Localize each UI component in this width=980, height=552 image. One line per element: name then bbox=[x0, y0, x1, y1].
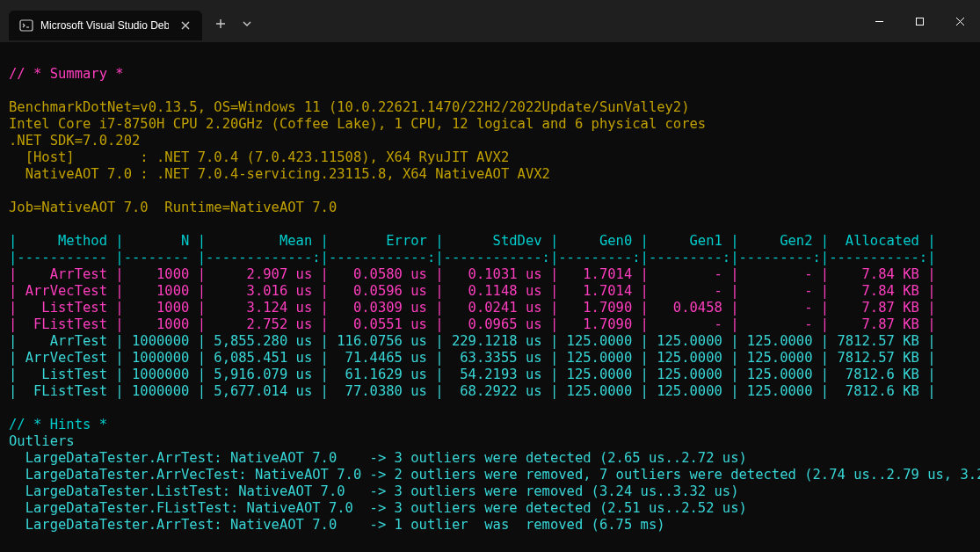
terminal-icon bbox=[19, 18, 33, 33]
tab-active[interactable]: Microsoft Visual Studio Debug bbox=[9, 11, 202, 40]
table-row: | FListTest | 1000000 | 5,677.014 us | 7… bbox=[9, 383, 936, 399]
outlier-line: LargeDataTester.FListTest: NativeAOT 7.0… bbox=[9, 500, 747, 516]
close-button[interactable] bbox=[940, 7, 980, 35]
table-row: | FListTest | 1000 | 2.752 us | 0.0551 u… bbox=[9, 316, 936, 332]
svg-rect-1 bbox=[916, 18, 923, 25]
new-tab-button[interactable] bbox=[207, 11, 234, 37]
table-row: | ArrTest | 1000000 | 5,855.280 us | 116… bbox=[9, 333, 936, 349]
outlier-line: LargeDataTester.ListTest: NativeAOT 7.0 … bbox=[9, 483, 739, 499]
terminal-output[interactable]: // * Summary * BenchmarkDotNet=v0.13.5, … bbox=[0, 42, 980, 534]
outlier-line: LargeDataTester.ArrVecTest: NativeAOT 7.… bbox=[9, 467, 980, 483]
table-row: | ListTest | 1000000 | 5,916.079 us | 61… bbox=[9, 367, 936, 382]
titlebar: Microsoft Visual Studio Debug bbox=[0, 0, 980, 42]
hints-header: // * Hints * bbox=[9, 417, 107, 432]
env-line: Job=NativeAOT 7.0 Runtime=NativeAOT 7.0 bbox=[9, 200, 337, 215]
tab-title: Microsoft Visual Studio Debug bbox=[40, 19, 169, 32]
table-row: | ArrVecTest | 1000000 | 6,085.451 us | … bbox=[9, 350, 936, 366]
svg-rect-0 bbox=[20, 20, 33, 31]
outlier-line: LargeDataTester.ArrTest: NativeAOT 7.0 -… bbox=[9, 517, 665, 533]
outlier-line: LargeDataTester.ArrTest: NativeAOT 7.0 -… bbox=[9, 450, 747, 466]
env-line: Intel Core i7-8750H CPU 2.20GHz (Coffee … bbox=[9, 116, 706, 132]
env-line: BenchmarkDotNet=v0.13.5, OS=Windows 11 (… bbox=[9, 99, 690, 115]
table-row: | ListTest | 1000 | 3.124 us | 0.0309 us… bbox=[9, 300, 936, 316]
tab-close-button[interactable] bbox=[179, 18, 192, 33]
table-row: | ArrTest | 1000 | 2.907 us | 0.0580 us … bbox=[9, 266, 936, 282]
env-line: [Host] : .NET 7.0.4 (7.0.423.11508), X64… bbox=[9, 149, 509, 165]
table-header: | Method | N | Mean | Error | StdDev | G… bbox=[9, 233, 936, 249]
env-line: .NET SDK=7.0.202 bbox=[9, 133, 140, 149]
summary-header: // * Summary * bbox=[9, 66, 124, 82]
tab-dropdown-button[interactable] bbox=[234, 11, 260, 37]
maximize-button[interactable] bbox=[899, 7, 940, 35]
table-row: | ArrVecTest | 1000 | 3.016 us | 0.0596 … bbox=[9, 283, 936, 299]
minimize-button[interactable] bbox=[859, 7, 899, 35]
table-separator: |----------- |-------- |-------------:|-… bbox=[9, 250, 936, 265]
outliers-label: Outliers bbox=[9, 433, 75, 449]
env-line: NativeAOT 7.0 : .NET 7.0.4-servicing.231… bbox=[9, 166, 550, 182]
